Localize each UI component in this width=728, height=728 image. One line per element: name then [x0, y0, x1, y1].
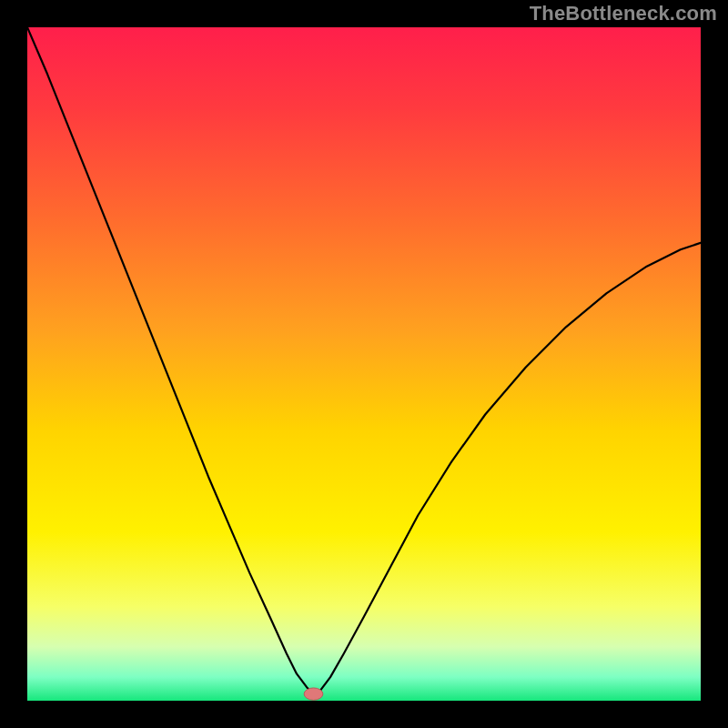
watermark-label: TheBottleneck.com: [530, 2, 717, 25]
chart-outer-frame: TheBottleneck.com: [0, 0, 728, 728]
gradient-background: [27, 27, 701, 701]
chart-svg: [27, 27, 701, 701]
plot-area: [27, 27, 701, 701]
optimal-point-marker: [304, 688, 323, 700]
